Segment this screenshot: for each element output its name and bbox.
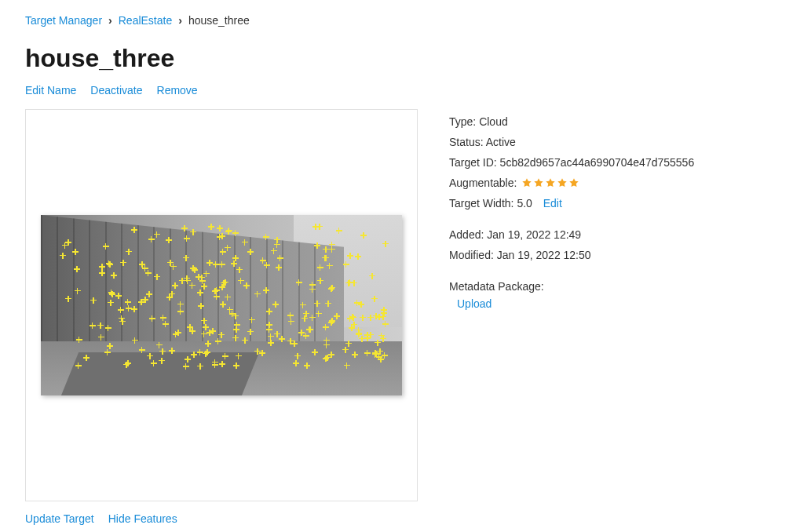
upload-link[interactable]: Upload xyxy=(457,297,492,310)
target-width-label: Target Width: xyxy=(449,197,513,210)
breadcrumb-database[interactable]: RealEstate xyxy=(119,14,172,27)
update-target-link[interactable]: Update Target xyxy=(25,512,94,525)
target-id-value: 5cb82d9657ac44a6990704e47d755556 xyxy=(500,156,695,169)
target-metadata: Type: Cloud Status: Active Target ID: 5c… xyxy=(449,109,779,318)
added-value: Jan 19, 2022 12:49 xyxy=(487,228,581,241)
star-icon xyxy=(533,177,544,188)
hide-features-link[interactable]: Hide Features xyxy=(108,512,177,525)
type-value: Cloud xyxy=(479,115,508,128)
target-image-panel xyxy=(25,109,418,501)
status-value: Active xyxy=(486,136,516,148)
target-image xyxy=(41,215,402,395)
deactivate-link[interactable]: Deactivate xyxy=(90,84,142,97)
modified-label: Modified: xyxy=(449,249,494,261)
chevron-right-icon: › xyxy=(178,14,182,27)
image-actions: Update Target Hide Features xyxy=(25,512,418,525)
page-title: house_three xyxy=(25,44,779,73)
breadcrumb-root[interactable]: Target Manager xyxy=(25,14,102,27)
star-icon xyxy=(568,177,579,188)
metadata-label: Metadata Package: xyxy=(449,280,544,293)
remove-link[interactable]: Remove xyxy=(157,84,198,97)
edit-name-link[interactable]: Edit Name xyxy=(25,84,76,97)
target-id-label: Target ID: xyxy=(449,156,497,169)
breadcrumb-current: house_three xyxy=(188,14,250,27)
star-icon xyxy=(557,177,568,188)
augmentable-rating xyxy=(521,177,579,188)
chevron-right-icon: › xyxy=(108,14,112,27)
target-width-value: 5.0 xyxy=(517,197,532,210)
star-icon xyxy=(545,177,556,188)
augmentable-label: Augmentable: xyxy=(449,177,517,189)
star-icon xyxy=(521,177,532,188)
modified-value: Jan 19, 2022 12:50 xyxy=(497,249,591,261)
type-label: Type: xyxy=(449,115,476,128)
breadcrumb: Target Manager › RealEstate › house_thre… xyxy=(25,14,779,27)
target-actions: Edit Name Deactivate Remove xyxy=(25,84,779,97)
added-label: Added: xyxy=(449,228,484,241)
status-label: Status: xyxy=(449,136,484,148)
edit-width-link[interactable]: Edit xyxy=(543,197,562,210)
